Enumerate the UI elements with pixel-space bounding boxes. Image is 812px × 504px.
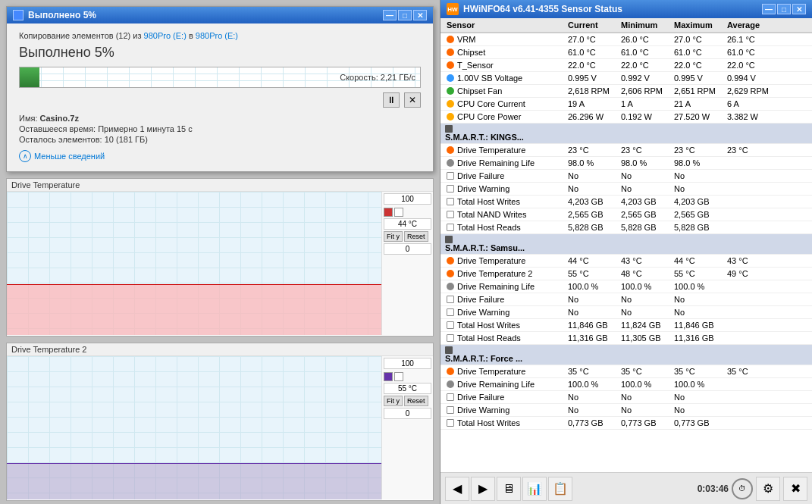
taskbar-exit-button[interactable]: ✖ <box>783 477 807 501</box>
sensor-name: Drive Remaining Life <box>457 158 535 167</box>
sensor-name: Drive Failure <box>457 393 504 402</box>
details-toggle-button[interactable]: ∧ Меньше сведений <box>19 150 421 162</box>
section-header: S.M.A.R.T.: Samsu... <box>440 234 812 255</box>
sensor-maximum: No <box>671 294 724 305</box>
hwinfo-close-button[interactable]: ✕ <box>792 4 806 14</box>
hwinfo-maximize-button[interactable]: □ <box>777 4 791 14</box>
chart2-fill <box>7 464 381 499</box>
table-row[interactable]: Drive WarningNoNoNo <box>440 183 812 196</box>
sensor-minimum: 0.192 W <box>618 111 671 122</box>
table-row[interactable]: Total Host Writes4,203 GB4,203 GB4,203 G… <box>440 196 812 208</box>
sensor-average: 26.1 °C <box>724 34 777 45</box>
pause-button[interactable]: ⏸ <box>383 92 400 108</box>
taskbar-forward-button[interactable]: ▶ <box>471 477 495 501</box>
table-row[interactable]: Drive FailureNoNoNo <box>440 293 812 306</box>
chart2-reset-button[interactable]: Reset <box>404 396 428 406</box>
table-row[interactable]: Total NAND Writes2,565 GB2,565 GB2,565 G… <box>440 208 812 221</box>
table-row[interactable]: CPU Core Power26.296 W0.192 W27.520 W3.3… <box>440 111 812 124</box>
table-row[interactable]: 1.00V SB Voltage0.995 V0.992 V0.995 V0.9… <box>440 72 812 85</box>
chart2-fit-button[interactable]: Fit y <box>384 396 403 406</box>
taskbar-back-button[interactable]: ◀ <box>445 477 469 501</box>
taskbar-settings-button[interactable]: ⚙ <box>756 477 780 501</box>
chart1-max: 100 <box>384 193 431 205</box>
chart1-reset-button[interactable]: Reset <box>404 231 428 242</box>
sensor-minimum: No <box>618 171 671 181</box>
sensor-average <box>724 324 777 326</box>
section-drive-icon <box>445 346 453 354</box>
temp-icon <box>447 49 454 56</box>
table-row[interactable]: Total Host Reads5,828 GB5,828 GB5,828 GB <box>440 221 812 234</box>
sensor-current: 22.0 °C <box>565 60 618 70</box>
sensor-label: Drive Remaining Life <box>444 158 565 168</box>
sensor-label: CPU Core Power <box>444 111 565 122</box>
sensor-average <box>724 383 777 385</box>
sensor-label: Drive Temperature <box>444 145 565 155</box>
chart2-min: 0 <box>384 408 431 419</box>
minimize-button[interactable]: — <box>383 10 397 20</box>
sensor-current: 0.995 V <box>565 73 618 83</box>
sensor-name: Drive Failure <box>457 171 504 180</box>
sensor-average <box>724 311 777 313</box>
table-row[interactable]: VRM27.0 °C26.0 °C27.0 °C26.1 °C <box>440 33 812 46</box>
sensor-label: Total NAND Writes <box>444 209 565 220</box>
progress-title: Выполнено 5% <box>19 45 421 61</box>
source-from-link[interactable]: 980Pro (E:) <box>144 31 187 40</box>
maximize-button[interactable]: □ <box>398 10 412 20</box>
items-row: Осталось элементов: 10 (181 ГБ) <box>19 135 421 144</box>
col-maximum: Maximum <box>671 20 724 30</box>
table-row[interactable]: Drive FailureNoNoNo <box>440 170 812 183</box>
taskbar-graph-button[interactable]: 📊 <box>522 477 547 501</box>
taskbar-display-button[interactable]: 🖥 <box>497 477 521 501</box>
chart1-color-swatch-red[interactable] <box>384 208 393 217</box>
source-to-link[interactable]: 980Pro (E:) <box>196 31 238 40</box>
table-row[interactable]: Total Host Writes11,846 GB11,824 GB11,84… <box>440 319 812 332</box>
table-row[interactable]: Drive Temperature35 °C35 °C35 °C35 °C <box>440 365 812 378</box>
info-icon <box>447 321 454 329</box>
table-row[interactable]: Drive Remaining Life100.0 %100.0 %100.0 … <box>440 280 812 293</box>
table-row[interactable]: Chipset Fan2,618 RPM2,606 RPM2,651 RPM2,… <box>440 85 812 98</box>
chart2-color-swatch-purple[interactable] <box>384 372 393 381</box>
sensor-name: 1.00V SB Voltage <box>457 74 522 83</box>
table-row[interactable]: CPU Core Current19 A1 A21 A6 A <box>440 98 812 111</box>
close-button[interactable]: ✕ <box>413 10 427 20</box>
sensor-minimum: 35 °C <box>618 366 671 377</box>
table-row[interactable]: Drive Temperature 255 °C48 °C55 °C49 °C <box>440 268 812 280</box>
sensor-maximum: No <box>671 183 724 194</box>
table-row[interactable]: Drive Temperature44 °C43 °C44 °C43 °C <box>440 255 812 268</box>
chart2-color-swatch-empty[interactable] <box>394 372 403 381</box>
table-row[interactable]: Drive Remaining Life100.0 %100.0 %100.0 … <box>440 378 812 391</box>
chart1-color-swatch-empty[interactable] <box>394 208 403 217</box>
sensor-maximum: 55 °C <box>671 268 724 279</box>
taskbar-report-button[interactable]: 📋 <box>548 477 572 501</box>
sensor-scroll-area[interactable]: VRM27.0 °C26.0 °C27.0 °C26.1 °CChipset61… <box>440 33 812 472</box>
table-row[interactable]: Drive Remaining Life98.0 %98.0 %98.0 % <box>440 157 812 170</box>
table-row[interactable]: Drive FailureNoNoNo <box>440 391 812 404</box>
sensor-minimum: 23 °C <box>618 145 671 155</box>
sensor-label: VRM <box>444 34 565 45</box>
sensor-name: Drive Temperature 2 <box>457 269 532 278</box>
table-row[interactable]: Total Host Writes0,773 GB0,773 GB0,773 G… <box>440 417 812 430</box>
table-row[interactable]: Chipset61.0 °C61.0 °C61.0 °C61.0 °C <box>440 46 812 59</box>
sensor-current: No <box>565 171 618 181</box>
sensor-label: Drive Failure <box>444 392 565 402</box>
sensor-name: Drive Remaining Life <box>457 380 535 389</box>
sensor-average <box>724 396 777 398</box>
chart1-fit-button[interactable]: Fit y <box>384 231 403 242</box>
table-row[interactable]: Drive WarningNoNoNo <box>440 404 812 417</box>
table-row[interactable]: T_Sensor22.0 °C22.0 °C22.0 °C22.0 °C <box>440 59 812 72</box>
sensor-maximum: No <box>671 392 724 402</box>
info-icon <box>447 308 454 316</box>
table-row[interactable]: Drive Temperature23 °C23 °C23 °C23 °C <box>440 144 812 157</box>
sensor-minimum: 43 °C <box>618 255 671 266</box>
info-icon <box>447 198 454 205</box>
sensor-current: 0,773 GB <box>565 418 618 428</box>
sensor-maximum: 61.0 °C <box>671 47 724 58</box>
col-sensor: Sensor <box>444 20 565 30</box>
hwinfo-minimize-button[interactable]: — <box>762 4 776 14</box>
chart2-max: 100 <box>384 358 431 369</box>
table-row[interactable]: Drive WarningNoNoNo <box>440 306 812 319</box>
stop-button[interactable]: ✕ <box>404 92 421 108</box>
sensor-label: Drive Temperature 2 <box>444 268 565 279</box>
sensor-average <box>724 201 777 202</box>
table-row[interactable]: Total Host Reads11,316 GB11,305 GB11,316… <box>440 332 812 345</box>
